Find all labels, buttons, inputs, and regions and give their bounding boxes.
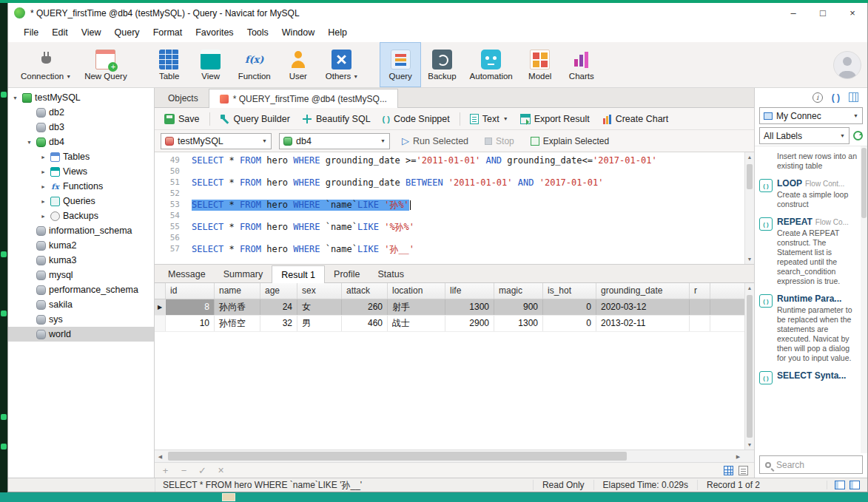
cell-attack[interactable]: 460 [342, 316, 388, 331]
toolbar-query-button[interactable]: Query [380, 42, 421, 87]
toolbar-function-button[interactable]: Function [232, 42, 277, 87]
cell-age[interactable]: 24 [260, 299, 297, 315]
cell-id[interactable]: 10 [166, 316, 215, 331]
window-layout-icon[interactable] [850, 481, 860, 489]
explain-selected-button[interactable]: Explain Selected [526, 136, 613, 146]
toolbar-table-button[interactable]: Table [149, 42, 190, 87]
menu-item-view[interactable]: View [75, 24, 108, 41]
tree-item-queries[interactable]: Queries [8, 194, 154, 208]
taskbar-thumbnail[interactable] [222, 493, 235, 501]
query-toolbar-create-chart-button[interactable]: Create Chart [596, 110, 674, 128]
toolbar-view-button[interactable]: View [190, 42, 232, 87]
cell-is-hot[interactable]: 0 [543, 316, 596, 331]
column-header-name[interactable]: name [215, 283, 260, 299]
query-toolbar-save-button[interactable]: Save [159, 110, 205, 128]
column-header-is-hot[interactable]: is_hot [543, 283, 596, 299]
snippet-item[interactable]: REPEATFlow Co...Create A REPEAT construc… [758, 213, 860, 290]
scrollbar-thumb[interactable] [747, 164, 753, 189]
cell-magic[interactable]: 900 [494, 299, 543, 315]
cell-attack[interactable]: 260 [342, 299, 388, 315]
query-toolbar-text-button[interactable]: Text [465, 110, 514, 128]
column-header-id[interactable]: id [166, 283, 215, 299]
caret-closed-icon[interactable] [39, 199, 47, 204]
menu-item-tools[interactable]: Tools [240, 24, 275, 41]
tree-item-functions[interactable]: Functions [8, 179, 154, 194]
column-header-location[interactable]: location [388, 283, 445, 299]
editor-line-49[interactable]: SELECT * FROM hero WHERE grounding_date … [192, 155, 754, 166]
database-select[interactable]: db4 [279, 133, 390, 149]
snippet-item[interactable]: LOOPFlow Cont...Create a simple loop con… [758, 174, 860, 213]
snippet-search-box[interactable]: Search [759, 455, 863, 474]
snippet-item[interactable]: SELECT Synta... [758, 367, 860, 388]
code-snippet-panel-icon[interactable] [832, 92, 840, 103]
menu-item-window[interactable]: Window [275, 24, 321, 41]
editor-line-53[interactable]: SELECT * FROM hero WHERE `name`LIKE '孙%' [192, 200, 754, 211]
taskbar[interactable] [0, 492, 868, 502]
scrollbar-thumb[interactable] [168, 452, 627, 461]
result-tab-summary[interactable]: Summary [215, 266, 272, 282]
grid-vertical-scrollbar[interactable] [744, 283, 754, 450]
editor-line-52[interactable] [192, 189, 754, 200]
caret-open-icon[interactable] [25, 140, 33, 145]
cell-sex[interactable]: 女 [297, 299, 342, 315]
cell-name[interactable]: 孙尚香 [215, 299, 260, 315]
column-header-attack[interactable]: attack [342, 283, 388, 299]
result-tab-result-1[interactable]: Result 1 [272, 265, 325, 283]
close-button[interactable]: × [838, 3, 867, 23]
scroll-left-icon[interactable] [155, 450, 166, 463]
discard-changes-button[interactable] [216, 465, 226, 475]
tree-item-sys[interactable]: sys [8, 312, 154, 327]
column-header-grounding-date[interactable]: grounding_date [596, 283, 690, 299]
cell-age[interactable]: 32 [260, 316, 297, 331]
refresh-icon[interactable] [853, 131, 863, 140]
minimize-button[interactable]: – [778, 3, 808, 23]
editor-line-56[interactable] [192, 233, 754, 244]
snippet-connection-select[interactable]: My Connec [759, 107, 863, 124]
tab-query-firsttime[interactable]: * QUERY_firstTime @db4 (testMySQ... [209, 89, 398, 108]
editor-vertical-scrollbar[interactable] [744, 152, 754, 264]
toolbar-charts-button[interactable]: Charts [561, 42, 602, 87]
caret-open-icon[interactable] [11, 95, 19, 101]
caret-closed-icon[interactable] [39, 184, 47, 189]
tree-item-db3[interactable]: db3 [8, 120, 154, 135]
snippet-item[interactable]: Insert new rows into an existing table [758, 146, 860, 174]
tree-item-world[interactable]: world [8, 327, 154, 342]
cell-life[interactable]: 2900 [445, 316, 494, 331]
menu-item-query[interactable]: Query [108, 24, 147, 41]
user-avatar[interactable] [833, 51, 861, 79]
cell-grounding-date[interactable]: 2013-02-11 [596, 316, 690, 331]
menu-item-favorites[interactable]: Favorites [189, 24, 240, 41]
toolbar-others-button[interactable]: Others [319, 42, 365, 87]
tree-item-testmysql[interactable]: testMySQL [8, 90, 154, 105]
cell-name[interactable]: 孙悟空 [215, 316, 260, 331]
toolbar-automation-button[interactable]: Automation [463, 42, 519, 87]
result-tab-profile[interactable]: Profile [325, 266, 369, 282]
tree-item-db2[interactable]: db2 [8, 105, 154, 120]
snippet-scrollbar[interactable] [861, 146, 867, 453]
labels-select[interactable]: All Labels [759, 127, 850, 144]
caret-closed-icon[interactable] [39, 214, 47, 219]
scrollbar-thumb[interactable] [861, 148, 867, 218]
apply-changes-button[interactable] [198, 466, 207, 475]
title-bar[interactable]: * QUERY_firstTime @db4 (testMySQL) - Que… [8, 3, 867, 23]
scroll-up-icon[interactable] [745, 283, 754, 293]
caret-closed-icon[interactable] [39, 155, 47, 160]
menu-item-format[interactable]: Format [147, 24, 189, 41]
table-row[interactable]: 10孙悟空32男460战士2900130002013-02-11 [155, 316, 754, 332]
code-area[interactable]: SELECT * FROM hero WHERE grounding_date … [186, 152, 754, 264]
column-header-life[interactable]: life [445, 283, 494, 299]
connection-select[interactable]: testMySQL [161, 133, 272, 149]
tree-item-mysql[interactable]: mysql [8, 268, 154, 282]
cell-r[interactable] [690, 299, 710, 315]
cell-sex[interactable]: 男 [297, 316, 342, 331]
column-header-age[interactable]: age [260, 283, 297, 299]
cell-r[interactable] [690, 316, 710, 331]
tree-item-performance-schema[interactable]: performance_schema [8, 282, 154, 297]
tab-layout-icon[interactable] [835, 481, 845, 489]
snippet-item[interactable]: Runtime Para...Runtime parameter to be r… [758, 290, 860, 367]
cell-life[interactable]: 1300 [445, 299, 494, 315]
toolbar-user-button[interactable]: User [277, 42, 319, 87]
column-header-r[interactable]: r [690, 283, 710, 299]
editor-line-55[interactable]: SELECT * FROM hero WHERE `name`LIKE '%孙%… [192, 222, 754, 233]
tree-item-sakila[interactable]: sakila [8, 297, 154, 312]
